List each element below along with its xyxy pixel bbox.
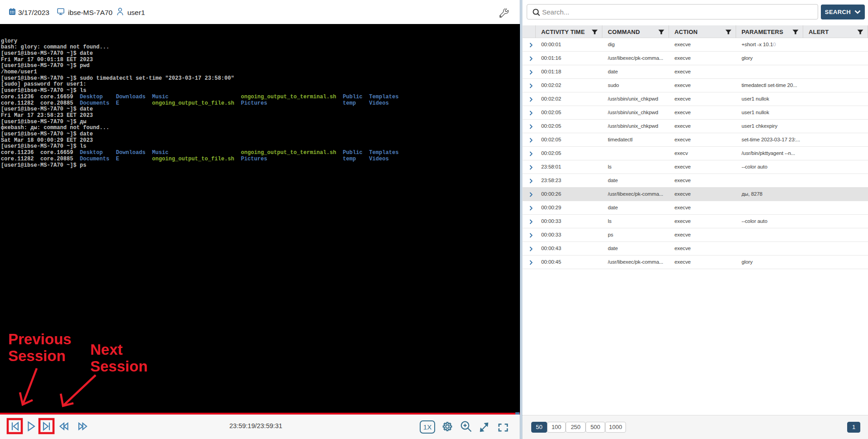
svg-text:1X: 1X <box>423 423 432 431</box>
